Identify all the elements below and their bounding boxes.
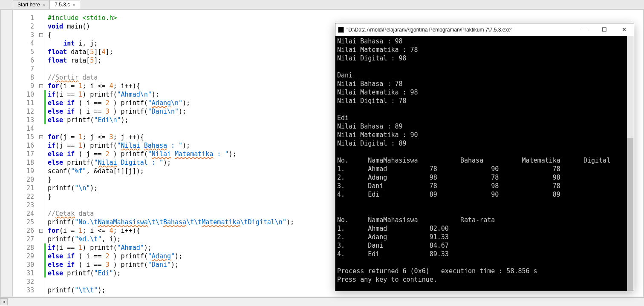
fold-toggle-icon[interactable]: - [39,84,43,88]
tab-file[interactable]: 7.5.3.c × [50,0,80,9]
scroll-left-icon[interactable]: ◄ [0,298,8,305]
minimize-button[interactable]: — [575,23,595,36]
tab-label: 7.5.3.c [55,2,70,8]
console-titlebar[interactable]: "D:\Data Arnold\Pelajaran\Algoritma Pemo… [335,23,634,36]
code-line[interactable]: #include <stdio.h> [48,14,641,22]
close-button[interactable]: ✕ [614,23,634,36]
tabs-bar: Start here × 7.5.3.c × [0,0,644,9]
horizontal-scrollbar[interactable]: ◄ [0,297,644,305]
console-text: Nilai Bahasa : 98 Nilai Matematika : 78 … [337,37,610,283]
fold-gutter: - - - - [38,10,44,297]
tab-close-icon[interactable]: × [43,2,45,7]
console-scrollbar[interactable] [627,36,634,291]
window-controls: — ☐ ✕ [575,23,634,36]
maximize-button[interactable]: ☐ [595,23,614,36]
tab-label: Start here [17,2,40,8]
console-window: "D:\Data Arnold\Pelajaran\Algoritma Pemo… [335,23,634,291]
fold-toggle-icon[interactable]: - [39,33,43,37]
fold-toggle-icon[interactable]: - [39,229,43,233]
line-number-gutter: 1234567891011121314151617181920212223242… [13,10,38,297]
fold-toggle-icon[interactable]: - [39,135,43,139]
editor-margin [1,10,13,297]
console-output[interactable]: Nilai Bahasa : 98 Nilai Matematika : 78 … [335,36,634,291]
tab-close-icon[interactable]: × [72,2,75,7]
console-title: "D:\Data Arnold\Pelajaran\Algoritma Pemo… [347,27,575,33]
tab-start-here[interactable]: Start here × [13,0,50,9]
console-scroll-thumb[interactable] [627,138,633,291]
console-app-icon [338,27,344,33]
